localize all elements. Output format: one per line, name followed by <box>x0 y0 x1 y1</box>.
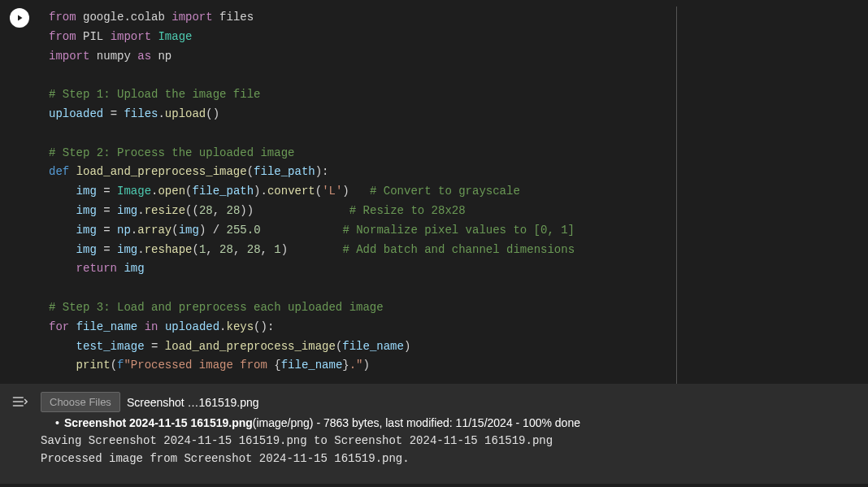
file-upload-row: Choose Files Screenshot …161519.png <box>41 392 857 412</box>
output-body: Choose Files Screenshot …161519.png •Scr… <box>41 392 857 467</box>
output-panel: Choose Files Screenshot …161519.png •Scr… <box>0 384 868 484</box>
output-icon <box>11 394 28 410</box>
output-line-processed: Processed image from Screenshot 2024-11-… <box>41 450 857 467</box>
upload-status-line: •Screenshot 2024-11-15 161519.png(image/… <box>55 414 857 432</box>
chosen-filename: Screenshot …161519.png <box>127 394 259 411</box>
output-toggle[interactable] <box>11 392 41 413</box>
uploaded-filename: Screenshot 2024-11-15 161519.png <box>64 416 253 429</box>
code-editor[interactable]: from google.colab import files from PIL … <box>39 7 677 384</box>
choose-files-button[interactable]: Choose Files <box>41 392 120 412</box>
run-button[interactable] <box>10 8 29 28</box>
code-cell: from google.colab import files from PIL … <box>0 0 868 384</box>
run-gutter <box>10 7 39 384</box>
play-icon <box>15 13 24 23</box>
output-line-saving: Saving Screenshot 2024-11-15 161519.png … <box>41 432 857 450</box>
upload-details: (image/png) - 7863 bytes, last modified:… <box>253 416 580 429</box>
code-content: from google.colab import files from PIL … <box>49 8 676 376</box>
